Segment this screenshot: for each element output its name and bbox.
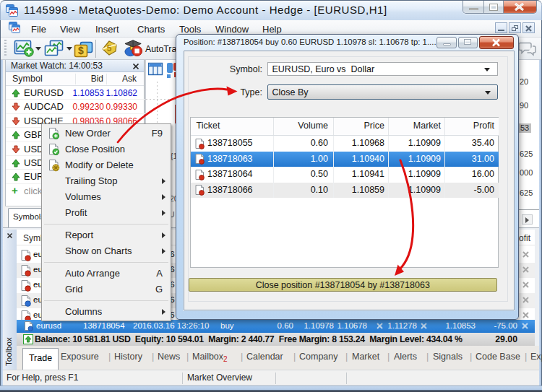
svg-text:$: $ bbox=[78, 45, 84, 56]
svg-text:5: 5 bbox=[107, 43, 112, 53]
